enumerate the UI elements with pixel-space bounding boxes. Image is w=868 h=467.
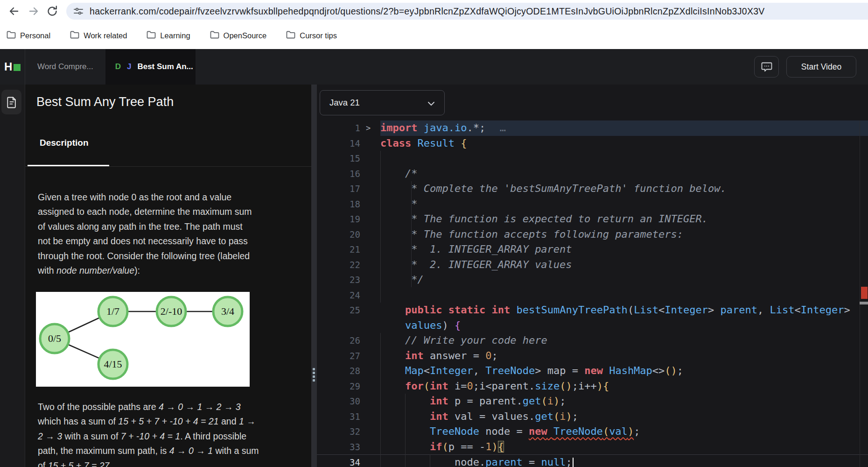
- back-icon[interactable]: [7, 5, 21, 18]
- bookmark-personal[interactable]: Personal: [7, 31, 50, 41]
- folder-icon: [70, 31, 79, 41]
- panel-resize-handle[interactable]: [311, 85, 317, 467]
- language-dropdown[interactable]: Java 21: [320, 90, 445, 115]
- fold-gutter: [360, 227, 380, 242]
- tab-label: Word Compre...: [37, 62, 93, 71]
- question-list-button[interactable]: [1, 90, 21, 114]
- code-text: /*: [380, 166, 868, 182]
- question-tab-2[interactable]: DJBest Sum An...: [105, 49, 196, 85]
- code-text: for(int i=0;i<parent.size();i++){: [380, 379, 868, 394]
- tab-label: Best Sum An...: [137, 62, 193, 71]
- code-line[interactable]: 17 * Complete the 'bestSumAnyTreePath' f…: [317, 181, 868, 197]
- bookmarks-bar: PersonalWork relatedLearningOpenSourceCu…: [0, 22, 868, 49]
- code-line[interactable]: 31 int val = values.get(i);: [317, 409, 868, 425]
- bookmark-label: OpenSource: [224, 31, 267, 40]
- code-text: * 1. INTEGER_ARRAY parent: [380, 242, 868, 257]
- code-line[interactable]: 14class Result {: [317, 136, 868, 151]
- code-text: TreeNode node = new TreeNode(val);: [380, 424, 868, 439]
- error-marker: [861, 287, 868, 299]
- document-icon: [7, 96, 17, 108]
- hackerrank-logo: H: [4, 49, 25, 85]
- bookmark-learning[interactable]: Learning: [147, 31, 190, 41]
- site-info-icon[interactable]: [74, 7, 83, 16]
- chat-button[interactable]: [754, 56, 779, 78]
- line-number: 24: [317, 288, 360, 303]
- code-text: *: [380, 197, 868, 212]
- line-number: 29: [317, 379, 360, 394]
- code-line[interactable]: 29 for(int i=0;i<parent.size();i++){: [317, 379, 868, 394]
- code-line[interactable]: 24: [317, 288, 868, 303]
- line-number: 15: [317, 151, 360, 166]
- tab-badge: J: [127, 62, 131, 71]
- line-number: 31: [317, 409, 360, 425]
- line-number: 18: [317, 197, 360, 212]
- code-line[interactable]: 27 int answer = 0;: [317, 348, 868, 364]
- svg-text:4/15: 4/15: [104, 358, 122, 370]
- code-text: Map<Integer, TreeNode> map = new HashMap…: [380, 363, 868, 379]
- line-number: 30: [317, 394, 360, 409]
- fold-gutter: [360, 288, 380, 303]
- fold-gutter: [360, 181, 380, 197]
- fold-gutter: [360, 439, 380, 455]
- code-text: */: [380, 272, 868, 288]
- code-line[interactable]: 18 *: [317, 197, 868, 212]
- fold-gutter: [360, 242, 380, 257]
- code-line[interactable]: 15: [317, 151, 868, 166]
- left-rail: [0, 85, 25, 467]
- code-text: * Complete the 'bestSumAnyTreePath' func…: [380, 181, 868, 197]
- tab-description[interactable]: Description: [40, 138, 89, 148]
- code-line[interactable]: 23 */: [317, 272, 868, 288]
- code-line[interactable]: 22 * 2. INTEGER_ARRAY values: [317, 257, 868, 273]
- line-number: 20: [317, 227, 360, 242]
- reload-icon[interactable]: [46, 5, 59, 18]
- question-title: Best Sum Any Tree Path: [36, 95, 174, 109]
- line-number: 17: [317, 181, 360, 197]
- question-tab-1[interactable]: Word Compre...: [25, 49, 105, 85]
- line-number: 33: [317, 439, 360, 455]
- screen: hackerrank.com/codepair/fvzeelvzrvwkfsux…: [0, 0, 868, 467]
- url-bar[interactable]: hackerrank.com/codepair/fvzeelvzrvwkfsux…: [66, 3, 868, 20]
- line-number: 25: [317, 303, 360, 318]
- code-text: class Result {: [380, 136, 868, 151]
- code-line[interactable]: 25 public static int bestSumAnyTreePath(…: [317, 303, 868, 318]
- code-editor[interactable]: 1>import java.io.*; …14class Result {151…: [317, 120, 868, 467]
- code-line[interactable]: 1>import java.io.*; …: [317, 120, 868, 136]
- code-line[interactable]: 26 // Write your code here: [317, 333, 868, 348]
- code-text: int val = values.get(i);: [380, 409, 868, 425]
- code-line[interactable]: 32 TreeNode node = new TreeNode(val);: [317, 424, 868, 439]
- question-paragraph-1: Given a tree with node 0 as the root and…: [38, 190, 256, 278]
- line-number: 34: [317, 455, 360, 467]
- fold-gutter: [360, 333, 380, 348]
- fold-gutter: [360, 151, 380, 166]
- code-line[interactable]: 16 /*: [317, 166, 868, 182]
- url-text[interactable]: hackerrank.com/codepair/fvzeelvzrvwkfsux…: [90, 3, 765, 20]
- line-number: 23: [317, 272, 360, 288]
- code-text: * The function is expected to return an …: [380, 212, 868, 227]
- fold-gutter: [360, 424, 380, 439]
- code-line[interactable]: 33 if(p == -1){: [317, 439, 868, 455]
- code-line[interactable]: 19 * The function is expected to return …: [317, 212, 868, 227]
- start-video-button[interactable]: Start Video: [786, 56, 856, 78]
- code-line[interactable]: 28 Map<Integer, TreeNode> map = new Hash…: [317, 363, 868, 379]
- tab-divider: [25, 166, 311, 167]
- bookmark-opensource[interactable]: OpenSource: [210, 31, 267, 41]
- tab-badge: D: [115, 62, 121, 71]
- line-number: 28: [317, 363, 360, 379]
- fold-arrow-icon[interactable]: >: [360, 120, 380, 136]
- code-lines: 1>import java.io.*; …14class Result {151…: [317, 120, 868, 467]
- scrollbar-thumb[interactable]: [860, 302, 868, 304]
- code-line[interactable]: 30 int p = parent.get(i);: [317, 394, 868, 409]
- fold-gutter: [360, 303, 380, 318]
- overview-ruler[interactable]: [860, 120, 860, 467]
- code-line[interactable]: 21 * 1. INTEGER_ARRAY parent: [317, 242, 868, 257]
- code-line[interactable]: 20 * The function accepts following para…: [317, 227, 868, 242]
- folder-icon: [7, 31, 16, 41]
- bookmark-cursor-tips[interactable]: Cursor tips: [286, 31, 337, 41]
- bookmark-label: Work related: [84, 31, 127, 40]
- code-line[interactable]: values) {: [317, 318, 868, 333]
- fold-gutter: [360, 257, 380, 273]
- bookmark-work-related[interactable]: Work related: [70, 31, 127, 41]
- code-line[interactable]: 34 node.parent = null;: [317, 454, 868, 467]
- forward-icon[interactable]: [27, 5, 40, 18]
- code-text: int p = parent.get(i);: [380, 394, 868, 409]
